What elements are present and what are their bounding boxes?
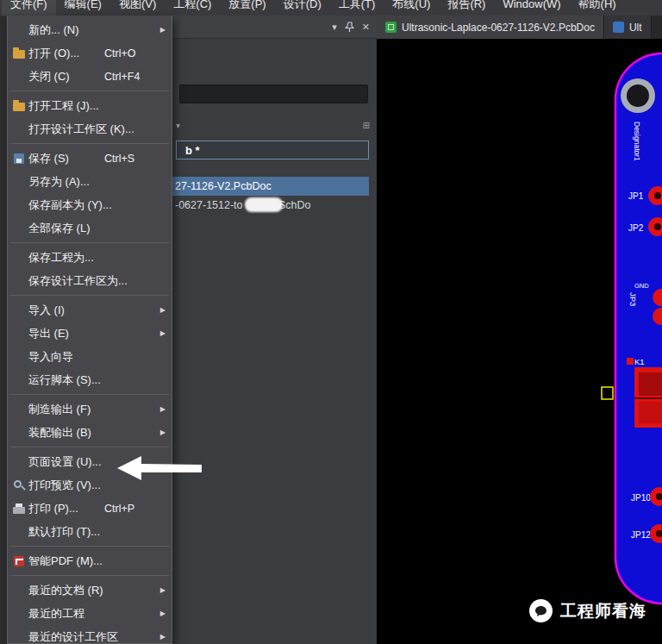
menu-item-save[interactable]: 保存 (S) Ctrl+S [8, 147, 172, 170]
menu-item-new[interactable]: 新的... (N) ▶ [8, 18, 172, 41]
menu-separator [10, 394, 169, 395]
menu-icon-slot [12, 198, 28, 212]
filter-chevron-down-icon[interactable]: ▾ [176, 121, 180, 130]
menu-item-import[interactable]: 导入 (I) ▶ [8, 298, 172, 322]
menu-item-save-as[interactable]: 另存为 (A)... [8, 170, 172, 193]
menubar-item-window[interactable]: Window(W) [494, 0, 569, 16]
jp1-label: JP1 [628, 191, 644, 201]
menu-separator [10, 295, 169, 296]
menu-icon-slot [12, 222, 28, 235]
document-tab-bar: Ultrasonic-Laplace-0627-1126-V2.PcbDoc U… [377, 16, 662, 39]
jp1-pad-hole [654, 192, 661, 199]
designator-label: Designator1 [633, 122, 641, 161]
menu-separator [10, 242, 169, 243]
pin-icon[interactable] [345, 22, 354, 33]
submenu-arrow-icon: ▶ [160, 329, 166, 337]
menu-item-open[interactable]: 打开 (O)... Ctrl+O [8, 41, 172, 65]
submenu-arrow-icon: ▶ [160, 405, 166, 413]
menubar-item-reports[interactable]: 报告(R) [439, 0, 494, 16]
k1-component-inner-bottom [639, 402, 662, 423]
menubar-item-route[interactable]: 布线(U) [384, 0, 439, 16]
menubar-item-edit[interactable]: 编辑(E) [56, 0, 110, 16]
menubar-item-project[interactable]: 工程(C) [165, 0, 220, 16]
menu-item-save-workspace-as[interactable]: 保存设计工作区为... [8, 269, 172, 292]
menu-icon-slot [12, 327, 28, 341]
submenu-arrow-icon: ▶ [160, 633, 166, 641]
menu-icon-slot [12, 303, 28, 317]
view-grid-icon[interactable]: ⊞ [363, 121, 370, 130]
pcb-view[interactable]: Designator1 JP1 JP2 GND JP3 K1 JP10 JP12 [377, 39, 662, 644]
tab-label: Ultrasonic-Laplace-0627-1126-V2.PcbDoc [402, 22, 595, 34]
menu-item-import-wizard[interactable]: 导入向导 [8, 345, 172, 368]
menubar-item-view[interactable]: 视图(V) [110, 0, 165, 16]
menu-icon-slot [12, 373, 28, 387]
redaction-blur-patch [245, 197, 283, 212]
menu-separator [10, 575, 169, 576]
submenu-arrow-icon: ▶ [160, 610, 166, 617]
menu-separator [10, 546, 169, 547]
pcbdoc-file-icon [385, 22, 397, 33]
selection-marker [602, 387, 613, 399]
file-menu-dropdown: 新的... (N) ▶ 打开 (O)... Ctrl+O 关闭 (C) Ctrl… [7, 16, 172, 644]
submenu-arrow-icon: ▶ [160, 428, 166, 436]
tab-second-document[interactable]: Ult [604, 16, 652, 39]
save-icon [12, 152, 28, 166]
menu-item-close[interactable]: 关闭 (C) Ctrl+F4 [8, 65, 172, 88]
jp3-label: JP3 [628, 292, 638, 306]
mounting-hole [627, 84, 649, 107]
project-name-box[interactable]: b * [176, 141, 369, 159]
menubar-item-design[interactable]: 设计(D) [275, 0, 330, 16]
menu-icon-slot [12, 630, 28, 644]
projects-panel-header: ▾ ✕ [172, 16, 377, 39]
k1-component-divider [634, 397, 662, 399]
projects-panel-header-icons: ▾ ✕ [332, 16, 370, 39]
schdoc-file-icon [613, 22, 624, 33]
doc-list-item-pcbdoc[interactable]: 27-1126-V2.PcbDoc [172, 177, 369, 196]
open-folder-icon [12, 47, 28, 60]
k1-component-inner-top [639, 372, 662, 396]
menu-item-run-script[interactable]: 运行脚本 (S)... [8, 368, 172, 391]
printer-icon [12, 502, 28, 516]
menu-icon-slot [12, 122, 28, 136]
menu-icon-slot [12, 251, 28, 265]
watermark: 工程师看海 [529, 599, 646, 622]
jp10-label: JP10 [631, 493, 651, 503]
submenu-arrow-icon: ▶ [160, 26, 166, 34]
menu-item-smart-pdf[interactable]: 智能PDF (M)... [8, 549, 172, 572]
menu-item-fabrication-outputs[interactable]: 制造输出 (F) ▶ [8, 397, 172, 421]
menubar-item-place[interactable]: 放置(P) [220, 0, 274, 16]
tab-pcbdoc[interactable]: Ultrasonic-Laplace-0627-1126-V2.PcbDoc [377, 16, 604, 39]
menu-icon-slot [12, 455, 28, 469]
k1-label: K1 [634, 357, 645, 366]
pcb-canvas[interactable]: Designator1 JP1 JP2 GND JP3 K1 JP10 JP12 [377, 39, 662, 644]
menubar-item-tools[interactable]: 工具(T) [330, 0, 384, 16]
search-input[interactable] [179, 84, 368, 103]
menu-item-recent-projects[interactable]: 最近的工程 ▶ [8, 602, 172, 625]
print-preview-icon [12, 478, 28, 492]
menu-item-save-project-as[interactable]: 保存工程为... [8, 246, 172, 269]
menu-item-recent-documents[interactable]: 最近的文档 (R) ▶ [8, 578, 172, 602]
menubar-item-file[interactable]: 文件(F) [2, 0, 56, 16]
chevron-down-icon[interactable]: ▾ [332, 22, 337, 32]
menu-icon-slot [12, 607, 28, 621]
project-name: b * [177, 144, 200, 157]
menu-item-assembly-outputs[interactable]: 装配输出 (B) ▶ [8, 421, 172, 444]
menu-item-open-workspace[interactable]: 打开设计工作区 (K)... [8, 117, 172, 141]
close-icon[interactable]: ✕ [362, 22, 370, 32]
menu-item-save-copy-as[interactable]: 保存副本为 (Y)... [8, 193, 172, 216]
menu-item-export[interactable]: 导出 (E) ▶ [8, 322, 172, 345]
doc-item-label-prefix: -0627-1512-to [175, 199, 243, 211]
menu-item-print[interactable]: 打印 (P)... Ctrl+P [8, 497, 172, 520]
k1-pad [627, 358, 634, 365]
menu-item-open-project[interactable]: 打开工程 (J)... [8, 94, 172, 117]
menu-icon-slot [12, 584, 28, 597]
app-root: 文件(F) 编辑(E) 视图(V) 工程(C) 放置(P) 设计(D) 工具(T… [0, 0, 662, 644]
menu-item-default-prints[interactable]: 默认打印 (T)... [8, 520, 172, 543]
menu-icon-slot [12, 350, 28, 364]
folder-icon [12, 99, 28, 113]
menu-item-recent-workspaces[interactable]: 最近的设计工作区 ▶ [8, 625, 172, 644]
annotation-arrow [110, 452, 207, 485]
menubar-item-help[interactable]: 帮助(H) [570, 0, 625, 16]
projects-panel-body: ▾ ⊞ b * 27-1126-V2.PcbDoc -0627-1512-to … [172, 39, 377, 644]
menu-item-save-all[interactable]: 全部保存 (L) [8, 216, 172, 240]
